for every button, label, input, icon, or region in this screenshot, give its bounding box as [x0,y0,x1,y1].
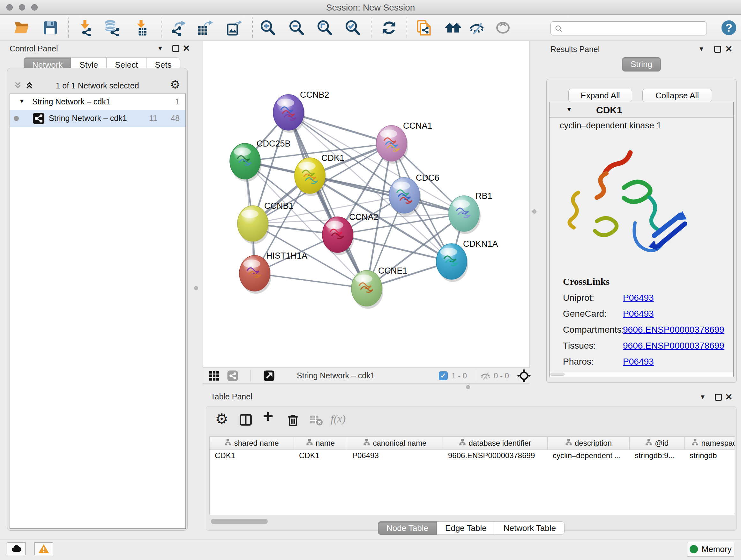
network-node-RB1[interactable]: RB1 [449,191,492,234]
tab-edge-table[interactable]: Edge Table [437,521,495,535]
collapse-all-button[interactable]: Collapse All [643,89,712,102]
network-node-CCNE1[interactable]: CCNE1 [351,266,408,309]
tab-string[interactable]: String [622,57,661,71]
network-options-gear-icon[interactable]: ⚙ [170,78,180,91]
column-header-canonical-name[interactable]: canonical name [347,437,443,449]
network-node-HIST1H1A[interactable]: HIST1H1A [239,251,307,294]
import-network-database-icon[interactable] [104,19,120,36]
crosslinks-title: CrossLinks [563,276,729,287]
zoom-fit-icon[interactable] [316,19,333,36]
network-collection-row[interactable]: ▼ String Network – cdk1 1 [10,94,185,110]
network-view-canvas[interactable]: CCNB2CCNA1CDC25BCDK1CDC6RB1CCNB1CCNA2CDK… [203,41,530,367]
results-panel-float-icon[interactable] [714,46,721,53]
delete-table-icon[interactable] [309,413,322,427]
control-panel-float-icon[interactable] [172,45,179,52]
export-table-icon[interactable] [197,19,213,36]
warnings-button[interactable] [35,543,53,555]
table-settings-gear-icon[interactable]: ⚙ [215,410,229,424]
network-node-CCNB2[interactable]: CCNB2 [273,90,329,133]
selected-checkbox-icon[interactable]: ✓ [439,371,448,380]
toolbar-separator [371,17,372,38]
crosslink-link[interactable]: P06493 [623,357,654,367]
results-panel-close-icon[interactable]: ✕ [725,46,732,53]
help-icon[interactable]: ? [721,19,737,36]
search-input[interactable] [565,22,703,34]
network-node-CDKN1A[interactable]: CDKN1A [436,239,498,282]
import-table-icon[interactable] [133,19,149,36]
protein-structure-image [558,137,692,267]
column-header--id[interactable]: @id [630,437,684,449]
column-header-description[interactable]: description [548,437,630,449]
bottom-divider-handle[interactable] [466,385,470,389]
control-panel-menu-icon[interactable]: ▼ [157,45,163,52]
results-panel-menu-icon[interactable]: ▼ [698,45,704,53]
crosslink-link[interactable]: P06493 [623,309,654,319]
table-panel-float-icon[interactable] [715,394,722,401]
table-header-row: shared namenamecanonical namedatabase id… [210,437,735,449]
node-attribute-table: shared namenamecanonical namedatabase id… [209,436,735,515]
grid-view-icon[interactable] [208,370,220,381]
network-share-view-icon[interactable] [227,370,239,381]
save-session-icon[interactable] [42,19,59,36]
column-header-shared-name[interactable]: shared name [210,437,294,449]
right-divider-handle[interactable] [532,209,536,213]
results-horizontal-scrollbar[interactable] [550,372,733,376]
table-panel-close-icon[interactable]: ✕ [725,394,732,401]
birdseye-view-icon[interactable] [263,370,275,381]
zoom-in-icon[interactable] [259,19,276,36]
export-image-icon[interactable] [226,19,243,36]
crosslink-link[interactable]: 9606.ENSP00000378699 [623,341,724,351]
crosslink-row: GeneCard: P06493 [563,309,729,319]
node-section-header[interactable]: ▼ CDK1 [549,102,733,118]
import-network-file-icon[interactable] [77,19,93,36]
network-node-CCNA1[interactable]: CCNA1 [376,121,432,164]
left-divider-handle[interactable] [194,286,198,290]
node-section-caret-icon[interactable]: ▼ [566,106,572,113]
selected-count: 1 - 0 [452,371,467,380]
network-node-CCNB1[interactable]: CCNB1 [238,201,293,244]
tab-node-table[interactable]: Node Table [378,521,437,535]
results-panel-title: Results Panel [550,45,600,54]
hidden-eye-slash-icon[interactable] [480,370,491,381]
app-statusbar: Memory [0,540,741,560]
refresh-layout-icon[interactable] [381,19,397,36]
crosshair-icon[interactable] [517,369,531,383]
network-row[interactable]: String Network – cdk1 11 48 [10,110,185,127]
column-header-name[interactable]: name [294,437,347,449]
export-network-icon[interactable] [170,19,186,36]
network-edge-CDK1-RB1[interactable] [310,176,464,213]
duplicate-network-icon[interactable] [416,19,432,36]
cloud-button[interactable] [7,543,25,555]
control-panel-close-icon[interactable]: ✕ [183,45,190,52]
show-eye-icon[interactable] [495,19,511,36]
table-cell: P06493 [347,449,443,462]
crosslink-link[interactable]: 9606.ENSP00000378699 [623,325,724,335]
tab-network-table[interactable]: Network Table [495,521,564,535]
crosslink-link[interactable]: P06493 [623,293,654,303]
network-edge-HIST1H1A-CCNE1[interactable] [255,273,367,288]
collection-label: String Network – cdk1 [32,97,111,106]
network-edge-CCNB2-CCNE1[interactable] [288,112,367,288]
crosslink-row: Compartments: 9606.ENSP00000378699 [563,325,729,335]
column-header-namespace[interactable]: namespace [684,437,735,449]
show-columns-icon[interactable] [239,413,253,427]
network-node-CDC25B[interactable]: CDC25B [230,139,291,182]
zoom-out-icon[interactable] [288,19,305,36]
collection-expand-icon[interactable]: ▼ [19,98,25,105]
toolbar-separator [161,17,161,38]
table-panel-menu-icon[interactable]: ▼ [699,393,706,401]
table-horizontal-scrollbar-thumb[interactable] [211,519,268,524]
memory-button[interactable]: Memory [687,542,734,557]
network-node-CCNA2[interactable]: CCNA2 [322,212,379,255]
create-column-plus-icon[interactable]: + [261,409,275,423]
zoom-selected-icon[interactable] [344,19,360,36]
open-session-icon[interactable] [13,19,30,36]
crosslink-label: Compartments: [563,325,623,335]
function-builder-icon[interactable]: f(x) [331,413,356,427]
column-header-database-identifier[interactable]: database identifier [443,437,548,449]
hide-panels-eye-icon[interactable] [468,19,485,36]
expand-all-button[interactable]: Expand All [568,89,632,102]
delete-column-trash-icon[interactable] [286,413,300,427]
table-row[interactable]: CDK1CDK1P064939606.ENSP00000378699cyclin… [210,449,735,462]
houses-icon[interactable] [445,19,461,36]
